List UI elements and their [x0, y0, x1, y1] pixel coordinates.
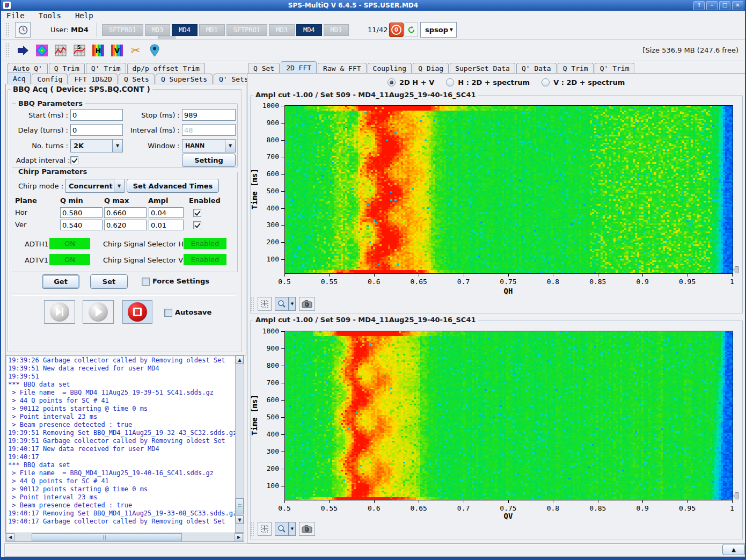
- tab-2d-fft[interactable]: 2D FFT: [281, 61, 317, 74]
- refresh-button[interactable]: [405, 23, 418, 37]
- fft-play-icon[interactable]: [15, 42, 31, 58]
- zoom-tool-dropdown[interactable]: ▼: [289, 522, 296, 536]
- turns-combo[interactable]: 2K ▼: [70, 139, 123, 152]
- minimize-button[interactable]: –: [706, 1, 718, 10]
- chirp-hor-qmax-input[interactable]: [104, 207, 147, 218]
- scroll-down-icon[interactable]: ▼: [236, 515, 244, 524]
- cycle-button-md3[interactable]: MD3: [145, 24, 171, 36]
- close-button[interactable]: ✕: [732, 1, 743, 10]
- tab-coupling[interactable]: Coupling: [368, 63, 412, 74]
- setting-button[interactable]: Setting: [182, 154, 236, 167]
- toolbar-grip[interactable]: [5, 23, 10, 37]
- scroll-thumb[interactable]: [236, 498, 244, 514]
- autosave-checkbox[interactable]: [164, 309, 172, 317]
- play-button[interactable]: [83, 300, 114, 324]
- chirp-ver-qmax-input[interactable]: [104, 220, 147, 230]
- chirp-hor-enabled-checkbox[interactable]: [193, 209, 201, 217]
- chirp-ver-qmin-input[interactable]: [60, 220, 103, 230]
- adapt-interval-checkbox[interactable]: [70, 156, 78, 164]
- chirp-ver-ampl-input[interactable]: [149, 220, 184, 230]
- tab-q-trim[interactable]: Q' Trim: [86, 63, 126, 74]
- tab-q-diag[interactable]: Q Diag: [413, 63, 449, 74]
- palette-h-icon[interactable]: H: [90, 42, 106, 58]
- menu-help[interactable]: Help: [75, 11, 93, 20]
- menu-tools[interactable]: Tools: [39, 11, 61, 20]
- stop-button[interactable]: [122, 300, 152, 324]
- maximize-button[interactable]: □: [719, 1, 730, 10]
- toolbar-grip[interactable]: [5, 43, 10, 57]
- window-combo[interactable]: HANN ▼: [182, 139, 236, 152]
- cycle-button-sftpro1[interactable]: SFTPRO1: [226, 24, 268, 36]
- scroll-right-icon[interactable]: ▶: [235, 533, 243, 541]
- tab-q-trim[interactable]: Q' Trim: [595, 63, 635, 74]
- scroll-thumb[interactable]: [32, 533, 182, 541]
- set-button[interactable]: Set: [90, 274, 128, 289]
- cycle-button-sftpro1[interactable]: SFTPRO1: [102, 24, 143, 36]
- radio-dot[interactable]: [542, 78, 550, 86]
- snapshot-camera-icon[interactable]: [299, 522, 315, 536]
- step-button[interactable]: [44, 300, 75, 324]
- tab-raw-fft[interactable]: Raw & FFT: [318, 63, 366, 74]
- force-settings-checkbox[interactable]: [142, 278, 150, 286]
- rainbow-diamond-icon[interactable]: [34, 42, 49, 58]
- zoom-tool-icon[interactable]: [275, 522, 289, 536]
- palette-v-icon[interactable]: V: [109, 42, 125, 58]
- chirp-mode-combo[interactable]: Concurrent ▼: [65, 179, 125, 193]
- move-tool-icon[interactable]: [258, 522, 272, 536]
- radio-h-2d-spectrum[interactable]: H : 2D + spectrum: [446, 78, 542, 86]
- tab-config[interactable]: Config: [32, 74, 68, 84]
- set-advanced-times-button[interactable]: Set Advanced Times: [127, 179, 219, 193]
- chirp-hor-ampl-input[interactable]: [149, 207, 184, 218]
- zoom-tool-icon[interactable]: [275, 297, 289, 311]
- tab-q-supersets[interactable]: Q SuperSets: [156, 74, 213, 84]
- radio-v-2d-spectrum[interactable]: V : 2D + spectrum: [542, 78, 637, 86]
- tab-acq[interactable]: Acq: [8, 72, 31, 84]
- zoom-tool-dropdown[interactable]: ▼: [289, 297, 296, 311]
- log-output[interactable]: 19:39:26 Garbage collector called by Rem…: [5, 355, 236, 534]
- radio-dot[interactable]: [387, 78, 396, 86]
- move-tool-icon[interactable]: [258, 297, 272, 311]
- radio-label: V : 2D + spectrum: [553, 78, 625, 86]
- log-vscrollbar[interactable]: ▲ ▼: [235, 355, 244, 533]
- tab-q-sets[interactable]: Q Sets: [119, 74, 155, 84]
- x-tick-label: 0.6: [363, 278, 385, 286]
- tab-q-set[interactable]: Q Set: [248, 63, 280, 74]
- cycle-button-md4[interactable]: MD4: [172, 24, 198, 36]
- snapshot-camera-icon[interactable]: [299, 297, 315, 311]
- tab-fft-1d-2d[interactable]: FFT 1D&2D: [69, 74, 117, 84]
- start-input[interactable]: [70, 109, 123, 121]
- cycle-button-md3[interactable]: MD3: [269, 24, 295, 36]
- location-pin-icon[interactable]: [147, 42, 162, 58]
- log-hscrollbar[interactable]: ◀ ▶: [5, 533, 244, 542]
- tab-superset-data[interactable]: SuperSet Data: [450, 63, 515, 74]
- menu-file[interactable]: File: [6, 11, 25, 20]
- chirp-hor-qmin-input[interactable]: [60, 207, 103, 218]
- tab-q-data[interactable]: Q' Data: [516, 63, 557, 74]
- record-zero-icon[interactable]: 0: [389, 23, 404, 37]
- timing-clock-button[interactable]: [15, 22, 31, 38]
- scroll-left-icon[interactable]: ◀: [6, 533, 14, 541]
- spectrogram-v[interactable]: [284, 331, 733, 500]
- get-button[interactable]: Get: [42, 274, 79, 289]
- toolbar-grip[interactable]: [250, 297, 254, 311]
- scroll-up-icon[interactable]: ▲: [236, 355, 244, 364]
- cycle-button-md4[interactable]: MD4: [296, 24, 322, 36]
- toolbar-grip[interactable]: [250, 522, 254, 536]
- radio-2d-h-v[interactable]: 2D H + V: [387, 78, 446, 86]
- cycle-button-md1[interactable]: MD1: [199, 24, 225, 36]
- chirp-ver-enabled-checkbox[interactable]: [193, 221, 201, 229]
- cycle-button-md1[interactable]: MD1: [324, 24, 349, 36]
- delay-input[interactable]: [70, 124, 123, 136]
- collapse-panel-button[interactable]: ▲: [722, 544, 745, 555]
- shade-up-button[interactable]: ↑: [693, 1, 705, 10]
- radio-dot[interactable]: [446, 78, 454, 86]
- spectrogram-h[interactable]: [284, 105, 733, 274]
- tab-q-trim[interactable]: Q Trim: [49, 63, 85, 74]
- chart-line-icon[interactable]: [53, 42, 68, 58]
- stop-input[interactable]: [182, 109, 236, 121]
- scissors-icon[interactable]: ✂: [128, 42, 143, 58]
- tab-q-trim[interactable]: Q Trim: [558, 63, 594, 74]
- chart-smooth-line-icon[interactable]: S: [71, 42, 87, 58]
- rbac-user-combo[interactable]: spsop ▼: [420, 22, 457, 38]
- tab-dp-p-offset-trim[interactable]: dp/p offset Trim: [127, 63, 205, 74]
